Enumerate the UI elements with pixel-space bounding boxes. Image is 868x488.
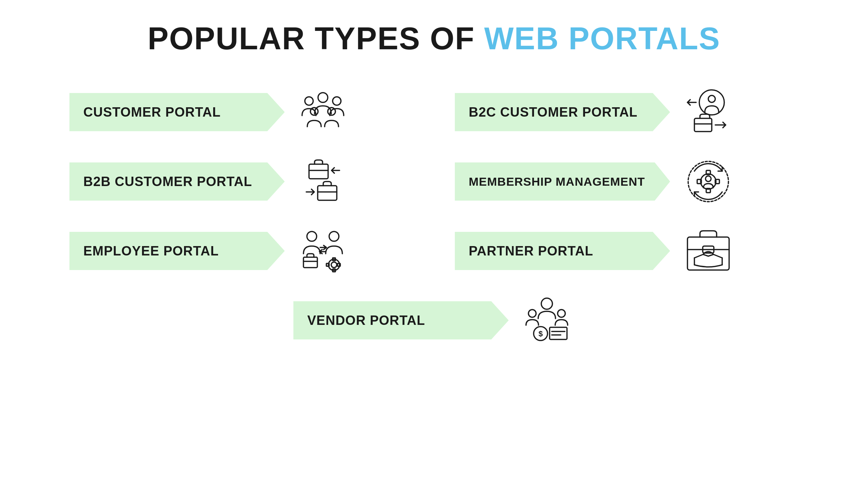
portal-item-membership: MEMBERSHIP MANAGEMENT	[455, 154, 799, 209]
svg-rect-53	[550, 327, 567, 339]
svg-point-32	[329, 232, 339, 241]
portal-item-employee: EMPLOYEE PORTAL	[69, 223, 413, 279]
partner-portal-label: PARTNER PORTAL	[455, 232, 670, 270]
vendor-portal-icon: $	[519, 293, 575, 348]
svg-text:$: $	[539, 329, 543, 338]
svg-rect-10	[694, 118, 712, 132]
svg-rect-39	[326, 263, 329, 266]
svg-point-2	[333, 97, 341, 105]
customer-portal-label: CUSTOMER PORTAL	[69, 93, 285, 131]
portal-item-customer: CUSTOMER PORTAL	[69, 84, 413, 140]
membership-portal-label: MEMBERSHIP MANAGEMENT	[455, 162, 670, 201]
b2b-portal-icon	[295, 154, 351, 209]
b2c-portal-icon	[681, 84, 736, 140]
membership-portal-icon	[681, 154, 736, 209]
portal-item-vendor: VENDOR PORTAL $	[293, 293, 575, 348]
vendor-portal-row: VENDOR PORTAL $	[69, 293, 799, 348]
employee-portal-icon	[295, 223, 351, 279]
svg-point-50	[558, 310, 565, 317]
svg-point-29	[307, 232, 317, 241]
svg-point-8	[708, 95, 715, 102]
customer-portal-icon	[295, 84, 351, 140]
svg-point-48	[541, 298, 552, 309]
portal-item-b2c: B2C CUSTOMER PORTAL	[455, 84, 799, 140]
svg-point-27	[706, 176, 711, 182]
svg-point-3	[318, 93, 328, 102]
svg-point-1	[305, 97, 313, 105]
vendor-portal-label: VENDOR PORTAL	[293, 301, 509, 339]
svg-rect-17	[318, 186, 337, 200]
svg-rect-40	[337, 263, 340, 266]
b2b-portal-label: B2B CUSTOMER PORTAL	[69, 162, 285, 201]
svg-rect-14	[309, 164, 328, 179]
partner-portal-icon	[681, 223, 736, 279]
svg-rect-33	[303, 257, 317, 268]
page-title: POPULAR TYPES OF WEB PORTALS	[148, 21, 720, 57]
svg-point-36	[331, 262, 337, 268]
employee-portal-label: EMPLOYEE PORTAL	[69, 232, 285, 270]
svg-point-49	[528, 310, 536, 317]
portal-item-b2b: B2B CUSTOMER PORTAL	[69, 154, 413, 209]
b2c-portal-label: B2C CUSTOMER PORTAL	[455, 93, 670, 131]
portal-grid: CUSTOMER PORTAL	[69, 84, 799, 279]
portal-item-partner: PARTNER PORTAL	[455, 223, 799, 279]
